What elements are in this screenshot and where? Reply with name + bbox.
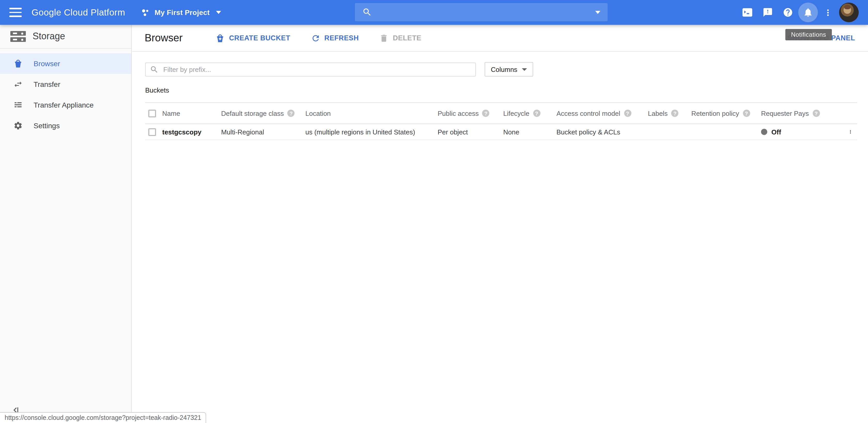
more-options-button[interactable] [818, 0, 838, 25]
cell-lifecycle: None [503, 128, 519, 136]
cloud-shell-button[interactable] [737, 0, 757, 25]
help-icon[interactable]: ? [743, 110, 750, 117]
delete-icon [379, 33, 389, 43]
sidebar-item-label: Browser [34, 59, 60, 68]
help-icon[interactable]: ? [287, 110, 295, 117]
sidebar-item-transfer-appliance[interactable]: Transfer Appliance [0, 95, 131, 115]
storage-product-icon [10, 31, 26, 42]
bucket-name-link[interactable]: testgcscopy [162, 128, 202, 136]
sidebar-item-label: Transfer [34, 80, 60, 88]
google-cloud-logo[interactable]: Google Cloud Platform [32, 7, 125, 18]
help-icon[interactable]: ? [624, 110, 631, 117]
project-icon [142, 8, 150, 16]
sidebar-header: Storage [0, 25, 131, 49]
buckets-table: Name Default storage class? Location Pub… [145, 103, 857, 140]
refresh-label: REFRESH [324, 34, 359, 42]
help-icon[interactable]: ? [812, 110, 820, 117]
column-header-location: Location [305, 109, 331, 117]
gear-icon [13, 121, 23, 130]
project-switcher[interactable]: My First Project [142, 8, 221, 17]
help-button[interactable] [778, 0, 798, 25]
create-bucket-button[interactable]: CREATE BUCKET [216, 33, 290, 43]
cell-access-control-model: Bucket policy & ACLs [556, 128, 620, 136]
select-all-checkbox[interactable] [148, 109, 156, 117]
column-header-labels: Labels [648, 109, 668, 117]
columns-label: Columns [491, 65, 518, 73]
main-content: Browser CREATE BUCKET REFRESH DELETE SHO… [132, 25, 868, 423]
cell-location: us (multiple regions in United States) [305, 128, 415, 136]
hamburger-menu-icon[interactable] [9, 8, 22, 17]
column-header-name: Name [162, 109, 180, 117]
cell-public-access: Per object [438, 128, 468, 136]
buckets-section-label: Buckets [145, 86, 855, 94]
columns-button[interactable]: Columns [485, 62, 533, 77]
notifications-tooltip: Notifications [785, 29, 832, 40]
status-bar-url: https://console.cloud.google.com/storage… [0, 412, 207, 423]
column-header-retention-policy: Retention policy [691, 109, 739, 117]
cell-requester-pays: Off [771, 128, 781, 136]
avatar[interactable] [839, 3, 859, 22]
help-icon[interactable]: ? [533, 110, 540, 117]
help-icon [782, 7, 793, 18]
help-icon[interactable]: ? [482, 110, 490, 117]
filter-input[interactable] [162, 65, 471, 74]
notifications-icon [803, 7, 813, 18]
search-icon [362, 7, 372, 17]
column-header-access-control-model: Access control model [556, 109, 620, 117]
sidebar-item-browser[interactable]: Browser [0, 53, 131, 74]
sidebar-title: Storage [33, 31, 65, 42]
global-search-input[interactable] [355, 3, 608, 21]
cell-default-storage-class: Multi-Regional [221, 128, 264, 136]
filter-box [145, 62, 476, 76]
sidebar-item-transfer[interactable]: Transfer [0, 74, 131, 95]
search-scope-caret-icon[interactable] [595, 10, 600, 14]
refresh-button[interactable]: REFRESH [311, 33, 359, 43]
refresh-icon [311, 33, 320, 43]
bucket-icon [13, 59, 23, 68]
transfer-appliance-icon [13, 100, 23, 110]
table-row[interactable]: testgcscopy Multi-Regional us (multiple … [145, 124, 857, 140]
more-vert-icon [823, 7, 833, 17]
cloud-shell-icon [742, 8, 753, 17]
swap-arrows-icon [13, 80, 23, 89]
requester-pays-status-dot [761, 129, 767, 135]
row-menu-icon[interactable] [848, 127, 853, 137]
feedback-icon [762, 7, 773, 18]
filter-search-icon [150, 65, 159, 74]
notifications-button[interactable] [798, 0, 818, 25]
project-name: My First Project [154, 8, 210, 17]
sidebar-item-label: Settings [34, 121, 60, 130]
delete-label: DELETE [393, 34, 421, 42]
top-app-bar: Google Cloud Platform My First Project [0, 0, 868, 25]
bucket-add-icon [216, 33, 225, 43]
column-header-requester-pays: Requester Pays [761, 109, 809, 117]
column-header-lifecycle: Lifecycle [503, 109, 529, 117]
chevron-down-icon [522, 68, 527, 70]
page-header: Browser CREATE BUCKET REFRESH DELETE SHO… [132, 25, 868, 52]
row-checkbox[interactable] [148, 128, 156, 136]
sidebar-item-settings[interactable]: Settings [0, 115, 131, 136]
feedback-button[interactable] [757, 0, 778, 25]
sidebar-item-label: Transfer Appliance [34, 101, 94, 109]
table-header-row: Name Default storage class? Location Pub… [145, 103, 857, 124]
column-header-public-access: Public access [438, 109, 479, 117]
chevron-down-icon [216, 11, 221, 14]
sidebar: Storage Browser Transfer Transfer Applia… [0, 25, 132, 423]
help-icon[interactable]: ? [672, 110, 679, 117]
delete-button[interactable]: DELETE [379, 33, 421, 43]
column-header-default-storage-class: Default storage class [221, 109, 284, 117]
page-title: Browser [145, 32, 183, 44]
create-bucket-label: CREATE BUCKET [229, 34, 290, 42]
